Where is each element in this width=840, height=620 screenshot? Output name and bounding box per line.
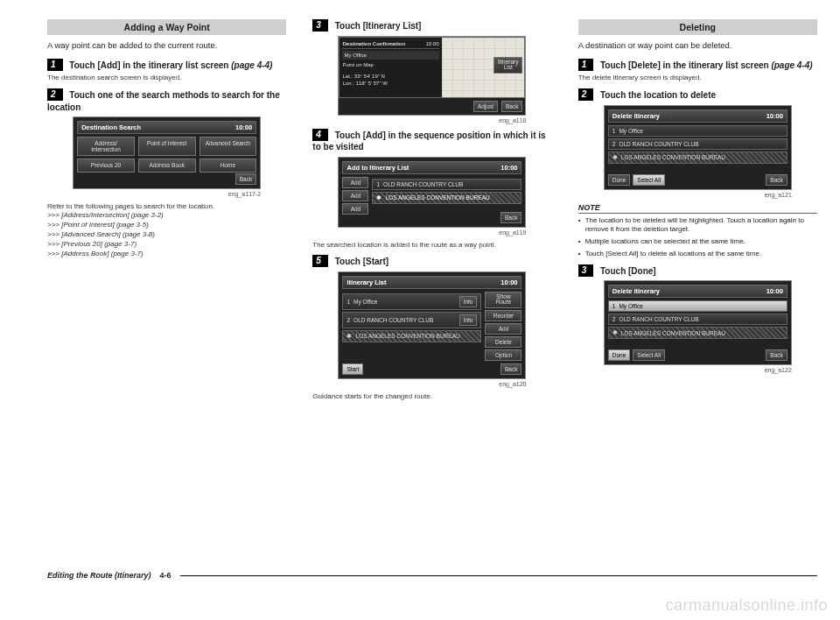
step5-note: Guidance starts for the changed route. — [312, 392, 551, 402]
ss5-selectall: Select All — [633, 174, 665, 186]
col3-step2: 2 Touch the location to delete — [578, 88, 817, 102]
caption-ss5: eng_a121 — [604, 192, 792, 198]
ss2-title: Destination Confirmation — [342, 40, 405, 47]
section-heading-deleting: Deleting — [578, 19, 817, 35]
ref-intro: Refer to the following pages to search f… — [47, 202, 286, 212]
step-number-1: 1 — [47, 59, 63, 71]
ss4-reorder: Reorder — [485, 310, 522, 321]
col3-step-number-1: 1 — [578, 59, 594, 71]
ref-4: >>> [Previous 20] (page 3-7) — [47, 240, 286, 250]
step-number-5: 5 — [312, 255, 328, 267]
screenshot-itinerary-list: Itinerary List10:00 1My OfficeInfo 2OLD … — [338, 271, 526, 379]
ss4-start: Start — [342, 363, 363, 375]
ss4-add: Add — [485, 323, 522, 335]
step-5: 5 Touch [Start] — [312, 255, 551, 268]
ss6-back: Back — [766, 349, 787, 361]
screenshot-dest-confirm: Destination Confirmation10:00 My Office … — [338, 36, 526, 116]
ss1-back: Back — [235, 173, 256, 185]
ss1-btn-prev20: Previous 20 — [77, 159, 135, 172]
ss3-back: Back — [500, 212, 522, 223]
note-3: Touch [Select All] to delete all locatio… — [578, 250, 817, 259]
col3-step1-sub: The delete itinerary screen is displayed… — [578, 74, 817, 83]
ss6-done: Done — [608, 349, 631, 361]
watermark: carmanualsonline.info — [665, 596, 828, 615]
step1-sub: The destination search screen is display… — [47, 74, 286, 83]
screenshot-delete-itin-2: Delete Itinerary10:00 1My Office 2OLD RA… — [604, 280, 792, 365]
ss1-btn-home: Home — [200, 159, 257, 172]
ref-1: >>> [Address/Intersection] (page 3-2) — [47, 211, 286, 221]
ss6-title: Delete Itinerary — [612, 287, 660, 295]
ss2-lon: Lon.: 118° 5' 57" W — [342, 80, 438, 87]
col3-step3: 3 Touch [Done] — [578, 264, 817, 278]
ss2-line2: Point on Map — [342, 61, 438, 68]
intro-text: A way point can be added to the current … — [47, 40, 286, 52]
note-2: Multiple locations can be selected at th… — [578, 237, 817, 247]
screenshot-add-itinerary: Add to Itinerary List10:00 Add Add Add 1… — [338, 157, 526, 228]
caption-ss2: eng_a118 — [338, 117, 526, 123]
step-number-2: 2 — [47, 88, 63, 101]
ss1-btn-addrbook: Address Book — [138, 159, 196, 172]
ss1-btn-poi: Point of Interest — [138, 137, 196, 156]
ss3-title: Add to Itinerary List — [346, 164, 409, 172]
col3-step-number-3: 3 — [578, 264, 594, 277]
footer-rule — [180, 575, 817, 576]
step-1: 1 Touch [Add] in the itinerary list scre… — [47, 59, 286, 72]
col3-intro: A destination or way point can be delete… — [578, 40, 817, 52]
col3-step1-ref: (page 4-4) — [771, 60, 812, 70]
caption-ss3: eng_a119 — [338, 229, 526, 236]
ss5-row2: 2OLD RANCH COUNTRY CLUB — [608, 138, 788, 150]
ss5-back: Back — [766, 174, 787, 186]
step3-text: Touch [Itinerary List] — [335, 21, 422, 31]
ss2-time: 10:00 — [426, 40, 439, 47]
ss1-title: Destination Search — [81, 123, 141, 131]
ss6-row1: 1My Office — [608, 300, 788, 312]
ss4-back: Back — [500, 363, 522, 375]
ss4-row2: 2OLD RANCH COUNTRY CLUBInfo — [342, 312, 481, 328]
ss3-time: 10:00 — [500, 164, 517, 172]
footer-title: Editing the Route (Itinerary) — [47, 571, 151, 580]
ss3-row1: 1OLD RANCH COUNTRY CLUB — [372, 179, 522, 190]
ss5-row3: ✱LOS ANGELES CONVENTION BUREAU — [608, 151, 788, 164]
step-2: 2 Touch one of the search methods to sea… — [47, 88, 286, 113]
ss6-row2: 2OLD RANCH COUNTRY CLUB — [608, 314, 788, 325]
step1-pageref: (page 4-4) — [231, 60, 272, 70]
ss2-line1: My Office — [342, 51, 438, 60]
caption-ss4: eng_a120 — [338, 381, 526, 387]
ss2-back: Back — [501, 101, 522, 112]
screenshot-destination-search: Destination Search10:00 Address/ Interse… — [73, 116, 261, 188]
ss5-title: Delete Itinerary — [612, 112, 660, 120]
col3-step1: 1 Touch [Delete] in the itinerary list s… — [578, 59, 817, 72]
ss1-btn-address: Address/ Intersection — [77, 137, 135, 156]
ref-2: >>> [Point of Interest] (page 3-5) — [47, 221, 286, 230]
ss2-lat: Lat.: 33° 54' 19" N — [342, 73, 438, 80]
ss3-add3: Add — [342, 203, 368, 215]
step-4: 4 Touch [Add] in the sequence position i… — [312, 129, 551, 153]
ss6-selectall: Select All — [633, 349, 665, 361]
ss1-time: 10:00 — [235, 123, 252, 131]
step4-text: Touch [Add] in the sequence position in … — [312, 130, 545, 152]
step4-note: The searched location is added to the ro… — [312, 241, 551, 250]
step-number-3: 3 — [312, 19, 328, 32]
ss4-option: Option — [485, 349, 522, 361]
step-3: 3 Touch [Itinerary List] — [312, 19, 551, 32]
caption-ss6: eng_a122 — [604, 367, 792, 373]
ss4-show: Show Route — [485, 292, 522, 308]
ss5-row1: 1My Office — [608, 125, 788, 137]
ss2-adjust: Adjust — [473, 101, 498, 112]
section-heading-adding: Adding a Way Point — [47, 19, 286, 35]
col3-step1-text: Touch [Delete] in the itinerary list scr… — [600, 60, 771, 70]
step2-text: Touch one of the search methods to searc… — [47, 90, 280, 112]
col3-step2-text: Touch the location to delete — [600, 90, 716, 100]
ss4-delete: Delete — [485, 336, 522, 348]
ss6-row3: ✱LOS ANGELES CONVENTION BUREAU — [608, 327, 788, 339]
ss4-title: Itinerary List — [346, 278, 386, 286]
ss3-row2: ✱LOS ANGELES CONVENTION BUREAU — [372, 192, 522, 204]
col3-step3-text: Touch [Done] — [600, 266, 656, 276]
note-list: The location to be deleted will be highl… — [578, 216, 817, 259]
note-1: The location to be deleted will be highl… — [578, 216, 817, 236]
ss4-row3: ✱LOS ANGELES CONVENTION BUREAU — [342, 330, 481, 342]
footer-page: 4-6 — [160, 571, 172, 580]
ref-3: >>> [Advanced Search] (page 3-8) — [47, 230, 286, 240]
ss1-btn-advanced: Advanced Search — [200, 137, 257, 156]
note-heading: NOTE — [578, 203, 817, 214]
